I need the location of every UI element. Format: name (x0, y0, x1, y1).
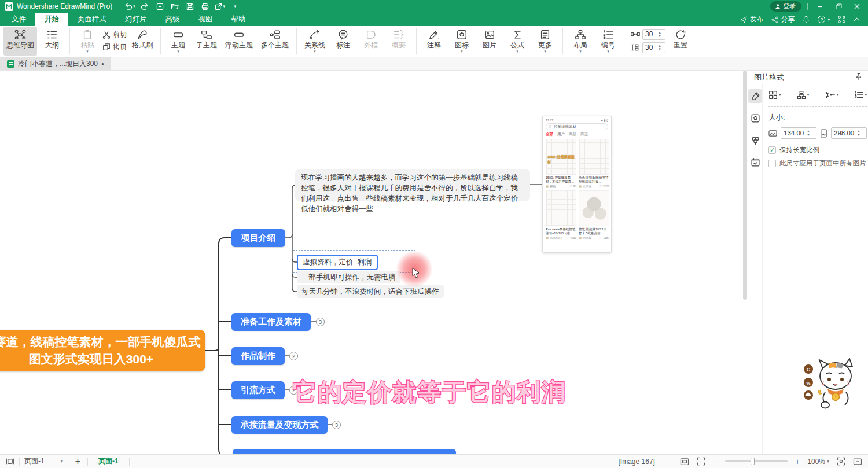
menu-help[interactable]: 帮助 (222, 13, 255, 26)
board-icon[interactable] (6, 457, 14, 466)
zoom-in-icon[interactable]: + (795, 457, 800, 466)
collapse-badge[interactable]: 3 (316, 318, 325, 326)
reset-button[interactable]: 重置▾ (668, 27, 693, 56)
topic-partial-bottom[interactable] (233, 449, 456, 454)
new-icon[interactable] (154, 1, 165, 12)
image-height-input[interactable]: ▲▼ (831, 127, 867, 139)
page-dropdown[interactable]: 页面-1▾ (24, 456, 63, 466)
login-button[interactable]: 登录 (770, 1, 801, 12)
menu-home[interactable]: 开始 (35, 13, 68, 26)
topic-traffic[interactable]: 引流方式 (231, 381, 285, 399)
keep-ratio-checkbox[interactable]: ✓ (768, 146, 776, 154)
connector-style-dropdown[interactable]: ▾ (825, 90, 839, 100)
zoom-out-icon[interactable]: − (713, 457, 718, 466)
document-tab[interactable]: 冷门小赛道，...现日入300 ● (0, 57, 111, 70)
subtopic-paragraph[interactable]: 现在学习插画的人越来越多，而学习这个的第一步基础就是练习线稿控笔，很多人对于报课… (295, 169, 530, 201)
multiple-topics-button[interactable]: 多个主题▾ (258, 27, 292, 56)
v-spacing-input[interactable]: ▲▼ (642, 42, 665, 53)
topic-button[interactable]: 主题▾ (165, 27, 191, 56)
help-button[interactable]: ?▾ (818, 16, 830, 23)
phone-card: Procreate零基础控笔练习~16/100（难… 木木line人♡ 4063 (546, 190, 576, 239)
mindmap-canvas[interactable]: 现在学习插画的人越来越多，而学习这个的第一步基础就是练习线稿控笔，很多人对于报课… (0, 71, 748, 454)
copy-button[interactable]: 拷贝 (102, 42, 127, 52)
undo-icon[interactable]: ▾ (124, 1, 135, 12)
publish-button[interactable]: 发布 (740, 14, 763, 24)
apply-all-checkbox[interactable] (768, 160, 776, 167)
numbering-style-dropdown[interactable]: ▾ (854, 90, 867, 100)
canvas-scrollbar[interactable] (743, 71, 747, 454)
print-icon[interactable] (199, 1, 211, 12)
redo-icon[interactable] (139, 1, 150, 12)
zoom-slider[interactable] (725, 460, 788, 462)
collapse-badge[interactable]: 2 (289, 386, 298, 395)
topic-project-intro[interactable]: 项目介绍 (231, 229, 285, 247)
floating-topic-icon (233, 28, 245, 41)
menu-file[interactable]: 文件 (2, 13, 35, 26)
cut-button[interactable]: 剪切 (102, 30, 127, 40)
numbering-button[interactable]: 编号▾ (595, 27, 621, 56)
zoom-level-dropdown[interactable]: 100%▾ (807, 458, 829, 466)
subtopic-item[interactable]: 一部手机即可操作，无需电脑 (297, 271, 400, 283)
layout-button[interactable]: 布局▾ (568, 27, 593, 56)
outline-button[interactable]: 大纲▾ (39, 27, 65, 56)
picture-button[interactable]: 图片▾ (477, 27, 502, 56)
apps-icon[interactable] (838, 16, 845, 23)
embedded-image[interactable]: 11:27● ▮ ▯ 控笔线稿素材 全部 用户 商品 筛选 1500+控笔模板素… (542, 116, 612, 253)
grid-style-dropdown[interactable]: ▾ (768, 90, 781, 100)
image-width-input[interactable]: ▲▼ (781, 127, 816, 139)
shape-icon[interactable] (748, 111, 762, 125)
scrollbar-thumb[interactable] (743, 71, 747, 300)
subtopic-item[interactable]: 每天几分钟，不浪费时间，适合下班后操作 (297, 285, 444, 298)
collapse-badge[interactable]: 3 (332, 421, 341, 429)
summary-button[interactable]: 概要▾ (386, 27, 411, 56)
collapse-ribbon-icon[interactable] (854, 17, 860, 21)
collapse-badge[interactable]: 2 (289, 352, 298, 360)
fit-window-icon[interactable] (680, 458, 689, 466)
topic-production[interactable]: 作品制作 (231, 347, 285, 365)
menu-slides[interactable]: 幻灯片 (116, 13, 156, 26)
callout-button[interactable]: 标注▾ (330, 27, 356, 56)
subtopic-selected[interactable]: 虚拟资料，定价=利润 (297, 255, 378, 270)
style-brush-icon[interactable] (748, 89, 762, 103)
subtopic-button[interactable]: 子主题▾ (193, 27, 220, 56)
keep-ratio-row[interactable]: ✓ 保持长宽比例 (768, 146, 867, 154)
pin-icon[interactable] (855, 73, 862, 82)
floating-topic-button[interactable]: 浮动主题▾ (222, 27, 256, 56)
menu-view[interactable]: 视图 (189, 13, 222, 26)
format-painter-button[interactable]: 格式刷▾ (129, 27, 156, 56)
export-icon[interactable]: ▾ (214, 1, 226, 12)
icon-button[interactable]: 图标▾ (449, 27, 475, 56)
customize-icon[interactable]: ▾ (229, 1, 241, 12)
add-page-button[interactable]: + (73, 456, 83, 467)
comment-button[interactable]: 注释▾ (421, 27, 447, 56)
h-spacing-input[interactable]: ▲▼ (642, 29, 665, 40)
frame-button[interactable]: 外框▾ (358, 27, 384, 56)
fullscreen-icon[interactable] (697, 457, 705, 466)
apply-all-row[interactable]: 此尺寸应用于页面中所有图片 (768, 159, 867, 168)
page-tab[interactable]: 页面-1 (93, 456, 124, 466)
zoom-slider-knob[interactable] (751, 458, 755, 465)
central-topic[interactable]: 小赛道，线稿控笔素材，一部手机傻瓜式 图文形式实现日入300+ (0, 330, 205, 371)
mindmap-button[interactable]: 思维导图▾ (3, 27, 37, 56)
topic-monetization[interactable]: 承接流量及变现方式 (231, 416, 328, 434)
focus-icon[interactable] (837, 457, 845, 466)
share-button[interactable]: 分享 (771, 14, 795, 24)
clover-icon[interactable] (748, 133, 762, 147)
menu-advanced[interactable]: 高级 (156, 13, 189, 26)
restore-button[interactable] (832, 1, 845, 12)
minimize-button[interactable] (814, 1, 826, 12)
formula-button[interactable]: 公式▾ (505, 27, 530, 56)
task-calendar-icon[interactable] (748, 155, 762, 169)
save-icon[interactable] (184, 1, 196, 12)
more-button[interactable]: 更多▾ (532, 27, 558, 56)
topic-preparation[interactable]: 准备工作及素材 (231, 313, 311, 331)
branch-style-dropdown[interactable]: ▾ (797, 90, 810, 100)
collapse-icon[interactable] (853, 458, 862, 466)
relationship-button[interactable]: 关系线▾ (301, 27, 328, 56)
menu-page-style[interactable]: 页面样式 (68, 13, 116, 26)
open-icon[interactable] (169, 1, 181, 12)
paste-button[interactable]: 粘贴▾ (75, 27, 100, 56)
close-button[interactable] (851, 1, 863, 12)
bell-icon[interactable] (803, 16, 810, 23)
size-label: 大小: (768, 113, 867, 123)
